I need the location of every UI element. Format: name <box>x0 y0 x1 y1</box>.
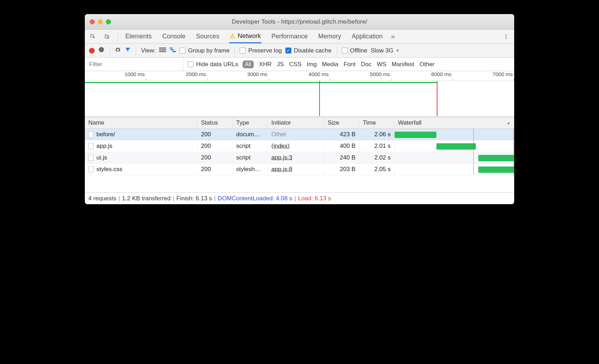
initiator-link[interactable]: (index) <box>271 143 290 150</box>
view-waterfall-icon[interactable] <box>170 47 176 54</box>
filter-type-img[interactable]: Img <box>307 61 317 68</box>
chevron-down-icon: ▼ <box>396 48 400 53</box>
warning-icon <box>230 33 235 39</box>
cell-initiator: app.js:3 <box>268 152 324 164</box>
filter-type-js[interactable]: JS <box>277 61 284 68</box>
waterfall-bar <box>395 132 436 138</box>
tab-performance[interactable]: Performance <box>271 30 308 43</box>
minimize-window-button[interactable] <box>98 19 103 24</box>
timeline-overview[interactable]: 1000 ms2000 ms3000 ms4000 ms5000 ms6000 … <box>85 71 514 117</box>
offline-checkbox[interactable]: Offline <box>342 47 367 54</box>
timeline-domcontentloaded-marker <box>319 81 320 116</box>
load-marker-line <box>513 140 514 152</box>
column-header-time[interactable]: Time <box>359 117 395 129</box>
group-by-frame-label: Group by frame <box>188 47 229 54</box>
hide-data-urls-checkbox[interactable]: Hide data URLs <box>188 61 238 68</box>
tab-label: Sources <box>196 33 219 40</box>
maximize-window-button[interactable] <box>106 19 111 24</box>
status-dcl: DOMContentLoaded: 4.08 s <box>218 195 292 202</box>
record-button[interactable] <box>89 48 95 54</box>
dcl-marker-line <box>473 152 474 163</box>
clear-button[interactable] <box>98 46 105 55</box>
cell-status: 200 <box>197 152 233 164</box>
main-tabs-bar: ElementsConsoleSourcesNetworkPerformance… <box>85 30 514 44</box>
column-header-initiator[interactable]: Initiator <box>268 117 324 129</box>
throttling-select[interactable]: Slow 3G ▼ <box>371 47 399 54</box>
cell-type: script <box>233 140 268 152</box>
filter-types: AllXHRJSCSSImgMediaFontDocWSManifestOthe… <box>242 61 438 68</box>
tab-network[interactable]: Network <box>229 30 261 43</box>
cell-time: 2.06 s <box>359 129 395 140</box>
column-header-type[interactable]: Type <box>233 117 268 129</box>
tab-elements[interactable]: Elements <box>125 30 152 43</box>
request-name: before/ <box>96 131 115 138</box>
cell-waterfall <box>395 129 514 140</box>
filter-toggle-icon[interactable] <box>125 46 131 55</box>
sort-arrow-icon: ▲ <box>506 120 511 125</box>
table-row[interactable]: ui.js200scriptapp.js:3240 B2.02 s <box>85 152 514 164</box>
status-transferred: 1.2 KB transferred <box>122 195 171 202</box>
table-row[interactable]: before/200docum…Other423 B2.06 s <box>85 129 514 140</box>
cell-size: 400 B <box>324 140 359 152</box>
filter-type-css[interactable]: CSS <box>289 61 302 68</box>
filter-type-ws[interactable]: WS <box>377 61 386 68</box>
column-header-status[interactable]: Status <box>197 117 233 129</box>
close-window-button[interactable] <box>90 19 95 24</box>
tab-sources[interactable]: Sources <box>195 30 220 43</box>
more-options-button[interactable] <box>502 32 511 41</box>
initiator-link[interactable]: app.js:3 <box>271 154 292 161</box>
filter-bar: Hide data URLs AllXHRJSCSSImgMediaFontDo… <box>85 58 514 71</box>
status-finish: Finish: 6.13 s <box>176 195 212 202</box>
offline-label: Offline <box>350 47 367 54</box>
filter-type-font[interactable]: Font <box>343 61 355 68</box>
cell-name: ui.js <box>85 152 197 164</box>
table-row[interactable]: app.js200script(index)400 B2.01 s <box>85 140 514 152</box>
column-header-label: Name <box>88 119 104 126</box>
filter-type-xhr[interactable]: XHR <box>259 61 272 68</box>
filter-type-other[interactable]: Other <box>420 61 435 68</box>
file-icon <box>88 131 94 138</box>
screenshot-toggle-icon[interactable] <box>115 46 121 55</box>
disable-cache-checkbox[interactable]: ✓Disable cache <box>285 47 332 54</box>
timeline-body <box>85 81 514 116</box>
status-load: Load: 6.13 s <box>298 195 331 202</box>
svg-rect-4 <box>159 48 166 49</box>
svg-rect-8 <box>171 49 174 50</box>
tab-memory[interactable]: Memory <box>317 30 342 43</box>
cell-size: 240 B <box>324 152 359 164</box>
tabs-overflow-button[interactable]: » <box>388 32 397 41</box>
view-large-rows-icon[interactable] <box>159 47 166 54</box>
column-header-waterfall[interactable]: Waterfall▲ <box>395 117 514 129</box>
cell-initiator: Other <box>268 129 324 140</box>
table-row[interactable]: styles.css200stylesh…app.js:8203 B2.05 s <box>85 164 514 175</box>
device-toolbar-icon[interactable] <box>102 32 112 41</box>
column-header-label: Waterfall <box>398 119 421 126</box>
hide-data-urls-label: Hide data URLs <box>196 61 238 68</box>
column-header-name[interactable]: Name <box>85 117 197 129</box>
filter-type-doc[interactable]: Doc <box>361 61 371 68</box>
cell-status: 200 <box>197 129 233 140</box>
filter-type-manifest[interactable]: Manifest <box>392 61 414 68</box>
tab-label: Network <box>238 32 261 40</box>
initiator-text: Other <box>271 131 286 138</box>
preserve-log-checkbox[interactable]: Preserve log <box>240 47 282 54</box>
requests-body: before/200docum…Other423 B2.06 sapp.js20… <box>85 129 514 192</box>
filter-type-media[interactable]: Media <box>322 61 338 68</box>
throttling-value: Slow 3G <box>371 47 393 54</box>
waterfall-bar <box>436 143 476 150</box>
file-icon <box>88 155 94 161</box>
devtools-window: Developer Tools - https://preload.glitch… <box>85 14 514 204</box>
column-header-label: Status <box>201 119 218 126</box>
inspect-element-icon[interactable] <box>88 32 97 41</box>
filter-type-all[interactable]: All <box>242 61 254 68</box>
filter-input[interactable] <box>85 58 183 71</box>
svg-rect-9 <box>172 51 176 52</box>
tab-console[interactable]: Console <box>162 30 186 43</box>
column-header-size[interactable]: Size <box>324 117 359 129</box>
tab-application[interactable]: Application <box>351 30 383 43</box>
svg-point-0 <box>506 34 507 35</box>
cell-waterfall <box>395 152 514 164</box>
cell-type: docum… <box>233 129 268 140</box>
initiator-link[interactable]: app.js:8 <box>271 166 292 173</box>
group-by-frame-checkbox[interactable]: Group by frame <box>179 47 229 54</box>
